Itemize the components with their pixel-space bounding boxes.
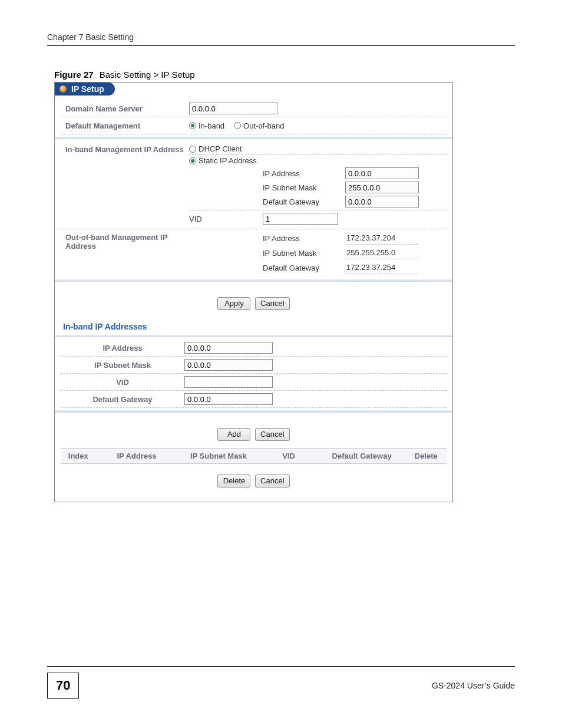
add-gw-label: Default Gateway xyxy=(61,393,184,406)
inband-mask-label: IP Subnet Mask xyxy=(263,183,345,192)
cancel-button-1[interactable]: Cancel xyxy=(255,297,289,310)
inband-gw-input[interactable] xyxy=(345,196,419,207)
default-mgmt-label: Default Management xyxy=(61,119,189,133)
add-mask-input[interactable] xyxy=(184,359,273,371)
tab-ip-setup[interactable]: IP Setup xyxy=(55,83,115,95)
tab-bar: IP Setup xyxy=(55,83,452,98)
divider xyxy=(55,410,452,413)
outband-ip-label: IP Address xyxy=(263,234,345,243)
dns-label: Domain Name Server xyxy=(61,102,189,116)
chapter-header: Chapter 7 Basic Setting xyxy=(47,32,515,46)
radio-inband[interactable]: In-band xyxy=(189,121,224,130)
page-footer: 70 GS-2024 User’s Guide xyxy=(47,666,515,699)
inband-ip-input[interactable] xyxy=(345,167,419,179)
th-delete: Delete xyxy=(406,452,447,460)
figure-caption: Figure 27Basic Setting > IP Setup xyxy=(54,70,515,80)
ip-table-header: Index IP Address IP Subnet Mask VID Defa… xyxy=(61,448,447,464)
inband-ip-label: IP Address xyxy=(263,169,345,178)
th-ip: IP Address xyxy=(96,452,178,460)
delete-button[interactable]: Delete xyxy=(217,475,250,487)
inband-vid-label: VID xyxy=(189,215,263,223)
tab-dot-icon xyxy=(59,85,67,93)
divider xyxy=(55,279,452,282)
add-vid-label: VID xyxy=(61,375,184,389)
radio-static-label: Static IP Address xyxy=(199,156,257,165)
ip-setup-panel: IP Setup Domain Name Server Default Mana… xyxy=(54,82,453,502)
inband-mask-input[interactable] xyxy=(345,182,419,193)
guide-title: GS-2024 User’s Guide xyxy=(432,681,515,690)
radio-static-ip[interactable]: Static IP Address xyxy=(189,156,257,165)
page-number: 70 xyxy=(47,673,79,699)
tab-label: IP Setup xyxy=(71,84,104,94)
th-vid: VID xyxy=(259,452,318,460)
th-index: Index xyxy=(61,452,96,460)
outband-gw-value: 172.23.37.254 xyxy=(345,262,418,274)
radio-unchecked-icon xyxy=(234,122,241,129)
figure-number: Figure 27 xyxy=(54,70,94,80)
add-ip-label: IP Address xyxy=(61,341,184,355)
inband-vid-input[interactable] xyxy=(263,213,338,225)
radio-checked-icon xyxy=(189,122,196,129)
outband-mask-label: IP Subnet Mask xyxy=(263,249,345,258)
radio-dhcp-label: DHCP Client xyxy=(199,144,242,153)
divider xyxy=(55,335,452,337)
outband-ip-value: 172.23.37.204 xyxy=(345,232,418,245)
outband-mgmt-label: Out-of-band Management IP Address xyxy=(61,229,189,253)
th-mask: IP Subnet Mask xyxy=(177,452,259,460)
inband-addresses-title: In-band IP Addresses xyxy=(61,317,447,335)
add-gw-input[interactable] xyxy=(184,393,273,405)
inband-gw-label: Default Gateway xyxy=(263,197,345,206)
cancel-button-3[interactable]: Cancel xyxy=(255,475,289,487)
inband-mgmt-label: In-band Management IP Address xyxy=(61,141,189,156)
add-ip-input[interactable] xyxy=(184,342,273,354)
radio-unchecked-icon xyxy=(189,146,196,153)
outband-mask-value: 255.255.255.0 xyxy=(345,247,418,259)
radio-dhcp-client[interactable]: DHCP Client xyxy=(189,144,242,153)
apply-button[interactable]: Apply xyxy=(217,297,250,310)
radio-outofband-label: Out-of-band xyxy=(243,121,284,130)
dns-input[interactable] xyxy=(189,103,277,114)
radio-checked-icon xyxy=(189,157,196,164)
cancel-button-2[interactable]: Cancel xyxy=(255,428,289,441)
th-gw: Default Gateway xyxy=(318,452,406,460)
figure-title: Basic Setting > IP Setup xyxy=(100,70,195,80)
outband-gw-label: Default Gateway xyxy=(263,263,345,272)
radio-inband-label: In-band xyxy=(199,121,224,130)
radio-outofband[interactable]: Out-of-band xyxy=(234,121,284,130)
add-button[interactable]: Add xyxy=(217,428,250,441)
divider xyxy=(55,137,452,139)
add-vid-input[interactable] xyxy=(184,376,273,388)
add-mask-label: IP Subnet Mask xyxy=(61,358,184,372)
